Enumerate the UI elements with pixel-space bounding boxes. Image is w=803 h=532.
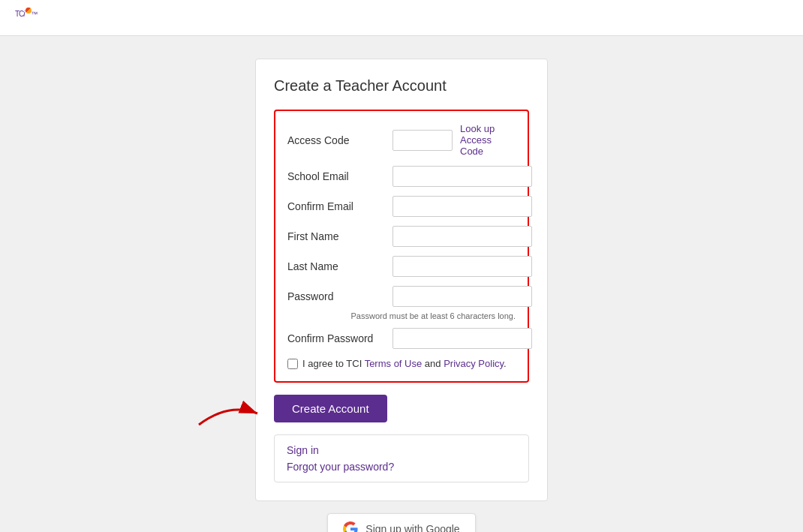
agree-checkbox-row: I agree to TCI Terms of Use and Privacy … <box>287 358 516 369</box>
links-box: Sign in Forgot your password? <box>274 434 529 482</box>
google-signup-container: Sign up with Google <box>327 513 475 532</box>
privacy-policy-link[interactable]: Privacy Policy <box>444 358 504 369</box>
first-name-label: First Name <box>287 230 392 242</box>
main-content: Create a Teacher Account Access Code Loo… <box>0 36 803 532</box>
agree-static-text: I agree to TCI Terms of Use and Privacy … <box>302 358 507 369</box>
arrow-annotation <box>191 395 266 432</box>
confirm-password-label: Confirm Password <box>287 332 392 344</box>
agree-and: and <box>422 358 444 369</box>
password-row: Password <box>287 286 516 307</box>
agree-prefix: I agree to TCI <box>302 358 365 369</box>
school-email-row: School Email <box>287 166 516 187</box>
access-code-row: Access Code Look up Access Code <box>287 123 516 157</box>
logo-dot <box>25 10 32 18</box>
password-input[interactable] <box>392 286 532 307</box>
google-icon <box>343 521 358 532</box>
sign-in-link[interactable]: Sign in <box>287 444 516 456</box>
access-code-inputs: Look up Access Code <box>392 123 516 157</box>
logo-tm: ™ <box>32 11 38 18</box>
google-signup-button[interactable]: Sign up with Google <box>327 513 475 532</box>
last-name-input[interactable] <box>392 256 532 277</box>
last-name-label: Last Name <box>287 260 392 272</box>
header: TCi™ <box>0 0 803 36</box>
agree-period: . <box>504 358 507 369</box>
forgot-password-link[interactable]: Forgot your password? <box>287 461 516 473</box>
last-name-row: Last Name <box>287 256 516 277</box>
create-account-button[interactable]: Create Account <box>274 395 387 422</box>
confirm-email-label: Confirm Email <box>287 200 392 212</box>
lookup-access-code-link[interactable]: Look up Access Code <box>460 123 516 157</box>
agree-checkbox[interactable] <box>287 359 298 369</box>
school-email-input[interactable] <box>392 166 532 187</box>
confirm-password-input[interactable] <box>392 328 532 349</box>
confirm-email-input[interactable] <box>392 196 532 217</box>
access-code-label: Access Code <box>287 134 392 146</box>
logo-text: TCi <box>15 10 25 18</box>
registration-card: Create a Teacher Account Access Code Loo… <box>255 59 548 501</box>
school-email-label: School Email <box>287 170 392 182</box>
logo: TCi™ <box>15 6 38 29</box>
confirm-email-row: Confirm Email <box>287 196 516 217</box>
create-account-section: Create Account <box>274 395 529 422</box>
first-name-input[interactable] <box>392 226 532 247</box>
confirm-password-row: Confirm Password <box>287 328 516 349</box>
card-title: Create a Teacher Account <box>274 77 529 95</box>
first-name-row: First Name <box>287 226 516 247</box>
password-hint: Password must be at least 6 characters l… <box>287 311 516 320</box>
google-button-text: Sign up with Google <box>365 523 459 532</box>
registration-form-section: Access Code Look up Access Code School E… <box>274 110 529 383</box>
terms-of-use-link[interactable]: Terms of Use <box>365 358 423 369</box>
password-label: Password <box>287 290 392 302</box>
access-code-input[interactable] <box>392 130 453 151</box>
